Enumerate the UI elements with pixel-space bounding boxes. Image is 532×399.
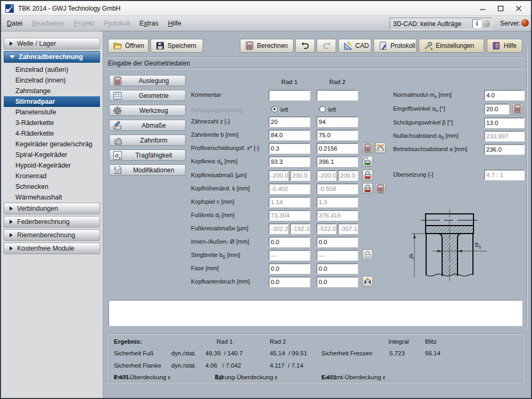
menu-extras[interactable]: Extras [135, 20, 163, 27]
sidebar-item-einzelrad-innen-[interactable]: Einzelrad (innen) [4, 75, 100, 86]
sidebar-item-3-r-derkette[interactable]: 3-Räderkette [4, 118, 100, 128]
sidebar-item-spiral-kegelr-der[interactable]: Spiral-Kegelräder [4, 149, 100, 160]
abma-e-button[interactable]: Abmaße [109, 120, 186, 131]
result-row-label: Sicherheit Fuß [114, 350, 154, 356]
sidebar-item-w-rmehaushalt[interactable]: Wärmehaushalt [4, 192, 100, 203]
maximize-button[interactable] [492, 3, 510, 14]
sidebar-item-4-r-derkette[interactable]: 4-Räderkette [4, 128, 100, 139]
lock-open-icon[interactable] [362, 156, 373, 167]
save-button[interactable]: Speichern [151, 39, 203, 53]
field-rad1-3[interactable]: 84.0 [269, 130, 310, 140]
form-label-1: Schrägungsrichtung [191, 107, 243, 113]
sidebar-item-zahnstange[interactable]: Zahnstange [4, 86, 100, 96]
sidebar-item-kegelr-der-gerade-schr-g[interactable]: Kegelräder gerade/schräg [4, 139, 100, 149]
lock-closed-icon[interactable] [362, 183, 373, 194]
field-rad2-13[interactable]: 0.0 [317, 263, 358, 274]
sidebar-item-kronenrad[interactable]: Kronenrad [4, 171, 100, 181]
param-field-5: 4.7 : 1 [484, 170, 525, 180]
module-sidebar: Welle / LagerZahnradberechnungEinzelrad … [1, 31, 103, 398]
sidebar-section-kostenfreie-module[interactable]: Kostenfreie Module [4, 243, 100, 254]
form-label-3: Zahnbreite b [mm] [191, 131, 238, 138]
field-rad2-5[interactable]: 396.1 [317, 156, 358, 167]
cad-button[interactable]: CAD [338, 39, 371, 53]
field-rad2-4[interactable]: 0.2156 [317, 143, 358, 154]
field-rad1-b-10: -192.3 [290, 223, 310, 234]
message-area[interactable] [109, 300, 522, 326]
form-label-11: Innen-/Außen- Ø [mm] [191, 238, 249, 245]
sidebar-section-riemenberechnung[interactable]: Riemenberechnung [4, 229, 100, 241]
sidebar-item-schnecken[interactable]: Schnecken [4, 181, 100, 192]
chamfer-icon[interactable] [362, 276, 373, 287]
field-rad2-0[interactable] [317, 90, 358, 101]
open-button[interactable]: Öffnen [108, 39, 148, 53]
center-distance-icon[interactable] [375, 143, 386, 153]
field-rad1-9: 73.304 [269, 210, 310, 221]
helix-direction-rad2-radio[interactable] [319, 106, 326, 112]
app-window: TBK 2014 - GWJ Technology GmbH DateiBear… [0, 0, 532, 399]
field-rad2-3[interactable]: 75.0 [317, 130, 358, 140]
minimize-button[interactable] [473, 3, 492, 14]
server-label: Server: [500, 20, 521, 27]
field-rad2-14[interactable]: 0.0 [317, 277, 358, 287]
calculator-icon[interactable] [375, 183, 386, 194]
menu-projekt: Projekt [69, 20, 99, 27]
zahnform-button[interactable]: Zahnform [109, 135, 186, 146]
auslegung-button[interactable]: Auslegung [109, 75, 186, 86]
param-field-1[interactable]: 20.0 [484, 104, 509, 114]
info-button[interactable]: i [472, 19, 481, 28]
field-rad2-11[interactable]: 0.0 [317, 237, 358, 247]
form-label-4: Profilverschiebungsf. x* [-] [191, 145, 259, 151]
toothform-icon [111, 136, 122, 145]
field-rad1-8: 1.14 [269, 197, 310, 207]
menu-datei[interactable]: Datei [2, 20, 27, 27]
sidebar-item-planetenstufe[interactable]: Planetenstufe [4, 107, 100, 118]
cad-status-text: 3D-CAD: keine Aufträge [393, 20, 472, 28]
field-rad1-11[interactable]: 0.0 [269, 237, 310, 247]
close-button[interactable] [510, 3, 528, 14]
calculator-icon[interactable] [362, 143, 373, 153]
field-rad1-13[interactable]: 0.0 [269, 263, 310, 274]
protocol-icon [378, 41, 388, 51]
helix-direction-rad1-radio[interactable] [271, 106, 278, 112]
werkzeug-button[interactable]: Werkzeug [109, 105, 186, 116]
calculator-icon[interactable] [512, 103, 523, 114]
field-rad1-14[interactable]: 0.0 [269, 277, 310, 287]
protocol-button[interactable]: Protokoll [373, 39, 417, 53]
help-button[interactable]: ? Hilfe [487, 39, 522, 53]
sidebar-section-federberechnung[interactable]: Federberechnung [4, 216, 100, 228]
menu-hilfe[interactable]: Hilfe [163, 20, 186, 27]
sidebar-item-hypoid-kegelr-der[interactable]: Hypoid-Kegelräder [4, 160, 100, 171]
sidebar-item-stirnradpaar[interactable]: Stirnradpaar [4, 96, 100, 107]
form-label-7: Kopfhöhenänd. k [mm] [191, 185, 250, 192]
cad-status-indicator [483, 20, 490, 27]
settings-button[interactable]: Einstellungen [419, 39, 484, 53]
field-rad2-2[interactable]: 94 [317, 117, 358, 127]
modifikationen-button[interactable]: Modifikationen [109, 164, 186, 176]
param-field-2[interactable]: 13.0 [484, 118, 525, 128]
undo-icon [301, 41, 310, 51]
param-field-4[interactable]: 236.0 [484, 144, 525, 155]
param-field-0[interactable]: 4.0 [484, 90, 525, 101]
tragf-higkeit-button[interactable]: σxTragfähigkeit [109, 149, 186, 161]
field-rad1-5[interactable]: 93.3 [269, 156, 310, 167]
field-rad1-0[interactable] [269, 90, 310, 101]
sidebar-section-welle-lager[interactable]: Welle / Lager [4, 38, 100, 49]
sidebar-section-zahnradberechnung[interactable]: Zahnradberechnung [4, 51, 100, 63]
field-rad1-2[interactable]: 20 [269, 117, 310, 127]
result-value: 45.14 / 99.51 [270, 350, 307, 356]
field-rad1-4[interactable]: 0.3 [269, 143, 310, 154]
result-row-mode: dyn./stat. [171, 350, 196, 356]
chevron-down-icon [10, 55, 15, 59]
field-rad2-b-10: -357.1 [338, 223, 358, 234]
sidebar-section-verbindungen[interactable]: Verbindungen [4, 203, 100, 214]
calculate-button[interactable]: Berechnen [240, 39, 294, 53]
geometrie-button[interactable]: Geometrie [109, 90, 186, 101]
result-fressen-label: Sicherheit Fressen [321, 350, 372, 356]
sidebar-item-einzelrad-au-en-[interactable]: Einzelrad (außen) [4, 64, 100, 75]
undo-button[interactable] [295, 39, 315, 53]
lock-closed-icon[interactable] [362, 170, 373, 180]
chevron-right-icon [10, 246, 13, 251]
dim-di-label: di [409, 252, 414, 261]
divider [107, 57, 524, 58]
calculator-icon [111, 76, 122, 86]
